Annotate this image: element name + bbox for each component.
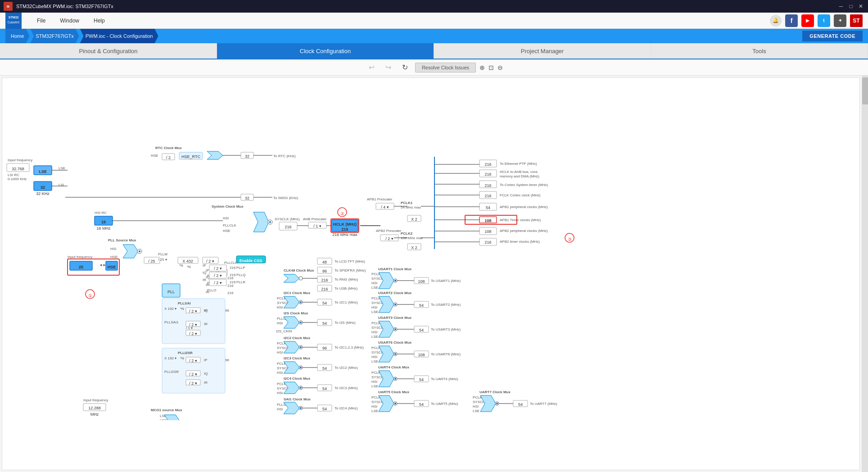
breadcrumb-device[interactable]: STM32F767IGTx [30,29,79,43]
undo-button[interactable]: ↩ [365,61,378,73]
tab-tools[interactable]: Tools [651,43,868,59]
svg-text:HCLK (MHz): HCLK (MHz) [333,222,357,227]
svg-text:/ 2 ▾: / 2 ▾ [385,236,393,241]
app-logo: M [4,2,13,11]
svg-text:54: 54 [322,407,327,411]
svg-text:Input frequency: Input frequency [8,158,32,162]
svg-point-298 [394,378,396,380]
svg-text:IR: IR [204,381,208,385]
scroll-panel[interactable] [862,76,868,472]
svg-text:APB2 peripheral clocks (MHz): APB2 peripheral clocks (MHz) [500,229,548,233]
svg-point-194 [300,322,302,323]
svg-text:CubeMX: CubeMX [7,21,20,24]
app-logo-menu: STM32 CubeMX [5,13,22,29]
svg-text:APB1 Prescaler: APB1 Prescaler [367,197,393,201]
svg-text:LSI RC: LSI RC [8,173,19,177]
svg-text:96: 96 [225,309,229,313]
svg-text:54: 54 [486,205,490,210]
svg-text:216: 216 [230,280,236,284]
svg-text:To UART5 (MHz): To UART5 (MHz) [431,402,458,406]
svg-text:48: 48 [322,260,327,264]
svg-text:PLLR: PLLR [236,280,245,284]
file-menu[interactable]: File [31,15,52,27]
facebook-icon[interactable]: f [785,14,798,27]
svg-text:216: 216 [341,227,348,231]
svg-text:HSE_RTC: HSE_RTC [181,154,200,159]
tab-pinout[interactable]: Pinout & Configuration [0,43,217,59]
breadcrumb-home[interactable]: Home [5,29,29,43]
svg-text:X 432: X 432 [182,259,193,263]
svg-text:108: 108 [418,353,425,357]
window-menu[interactable]: Window [54,15,86,27]
breadcrumb-project[interactable]: PWM.ioc - Clock Configuration [80,29,158,43]
network-icon[interactable]: ✦ [834,14,846,27]
svg-text:HSE: HSE [110,255,118,259]
help-menu[interactable]: Help [87,15,111,27]
svg-text:To USB (MHz): To USB (MHz) [335,286,357,290]
svg-text:HCLK to AHB bus, core,: HCLK to AHB bus, core, [500,170,538,174]
st-icon[interactable]: ST [850,14,863,27]
svg-text:*N: *N [187,265,191,269]
svg-text:③: ③ [568,237,572,242]
svg-text:216 MHz max: 216 MHz max [332,232,357,237]
svg-text:PLLCLK: PLLCLK [224,261,238,265]
tab-clock[interactable]: Clock Configuration [217,43,434,59]
zoom-in-button[interactable]: ⊕ [479,64,485,71]
svg-point-286 [394,353,396,355]
redo-button[interactable]: ↪ [382,61,395,73]
svg-text:memory and DMA (MHz): memory and DMA (MHz) [500,174,539,178]
close-button[interactable]: ✕ [857,3,864,10]
svg-text:To I2C1,2,3 (MHz): To I2C1,2,3 (MHz) [335,345,364,349]
svg-text:PLL: PLL [167,290,175,294]
svg-text:To RNG (MHz): To RNG (MHz) [335,277,358,281]
svg-text:IP: IP [204,358,208,362]
breadcrumb: Home STM32F767IGTx PWM.ioc - Clock Confi… [0,29,868,43]
svg-text:PCLK1: PCLK1 [401,201,413,205]
svg-text:MHz: MHz [90,412,99,417]
toolbar: ↩ ↪ ↻ Resolve Clock Issues ⊕ ⊡ ⊖ [0,59,868,76]
svg-text:PLLI2SR: PLLI2SR [164,370,179,374]
svg-text:PLLP: PLLP [236,266,245,270]
maximize-button[interactable]: □ [847,3,854,10]
resolve-clock-button[interactable]: Resolve Clock Issues [415,63,476,73]
zoom-fit-button[interactable]: ⊡ [488,64,494,71]
svg-text:HSI RC: HSI RC [95,211,107,215]
svg-point-238 [300,407,302,409]
minimize-button[interactable]: ─ [837,3,845,10]
svg-text:216: 216 [484,240,491,245]
notification-icon[interactable]: 🔔 [770,15,782,27]
svg-text:M: M [7,5,9,8]
svg-text:STM32: STM32 [9,16,19,19]
twitter-icon[interactable]: t [818,14,830,27]
svg-text:HSI: HSI [371,404,377,408]
svg-text:25: 25 [79,265,83,269]
svg-text:USART2 Clock Mux: USART2 Clock Mux [378,291,412,295]
svg-text:PLLSAI: PLLSAI [178,301,190,305]
svg-text:To Cortex System timer (MHz): To Cortex System timer (MHz) [500,183,548,187]
refresh-button[interactable]: ↻ [398,61,411,73]
youtube-icon[interactable]: ▶ [801,14,814,27]
svg-text:②: ② [340,211,344,216]
svg-text:/ 2 ▾: / 2 ▾ [214,273,222,278]
svg-text:12.288: 12.288 [88,406,101,410]
svg-point-274 [394,328,396,330]
diagram-area[interactable]: Input frequency 32.768 LSI RC 0-1000 KHz… [2,77,860,470]
svg-text:/ 2 ▾: / 2 ▾ [189,359,197,363]
svg-text:USART6 Clock Mux: USART6 Clock Mux [378,340,412,345]
svg-text:MCO1 source Mux: MCO1 source Mux [151,408,182,412]
svg-point-53 [139,250,140,252]
menu-right: 🔔 f ▶ t ✦ ST [770,14,863,27]
zoom-out-button[interactable]: ⊖ [497,64,503,71]
svg-text:96: 96 [322,346,327,350]
svg-text:54: 54 [518,402,523,407]
svg-text:To USART1 (MHz): To USART1 (MHz) [431,279,461,283]
svg-text:To UART4 (MHz): To UART4 (MHz) [431,377,458,381]
svg-text:216: 216 [230,273,236,277]
svg-text:0-1000 KHz: 0-1000 KHz [8,177,27,181]
svg-text:/ 2 ▾: / 2 ▾ [214,266,222,271]
tab-project[interactable]: Project Manager [434,43,651,59]
svg-text:16: 16 [101,220,106,224]
generate-code-button[interactable]: GENERATE CODE [802,31,863,41]
svg-text:HSI: HSI [371,355,377,359]
svg-text:216: 216 [227,284,234,288]
